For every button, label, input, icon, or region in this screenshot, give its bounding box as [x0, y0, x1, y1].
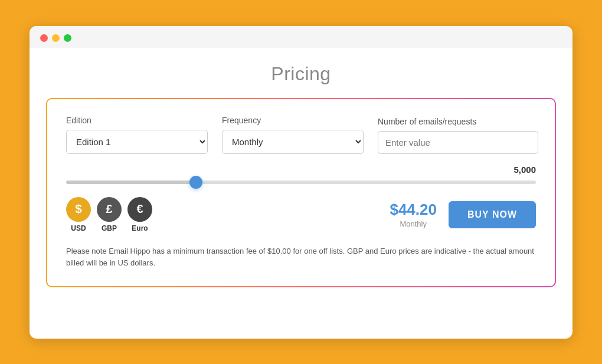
main-window: Pricing Edition Edition 1 Edition 2 Edit…	[30, 26, 572, 339]
slider-row: 5,000	[66, 165, 536, 186]
edition-field-group: Edition Edition 1 Edition 2 Edition 3	[66, 116, 208, 154]
edition-label: Edition	[66, 116, 208, 125]
slider-value: 5,000	[66, 165, 536, 175]
currency-row: $ USD £ GBP € Euro	[66, 197, 152, 232]
price-amount: $44.20	[390, 201, 437, 219]
titlebar	[30, 26, 572, 48]
maximize-dot[interactable]	[64, 34, 71, 42]
currency-euro-item[interactable]: € Euro	[127, 197, 152, 232]
currency-usd-item[interactable]: $ USD	[66, 197, 91, 232]
gbp-label: GBP	[102, 224, 117, 232]
usd-label: USD	[71, 224, 86, 232]
emails-label: Number of emails/requests	[378, 117, 538, 126]
euro-icon: €	[127, 197, 152, 222]
pricing-card: Edition Edition 1 Edition 2 Edition 3 Fr…	[46, 98, 556, 288]
minimize-dot[interactable]	[52, 34, 60, 42]
price-period: Monthly	[390, 219, 437, 228]
emails-input[interactable]	[378, 131, 538, 154]
usd-icon: $	[66, 197, 91, 222]
quantity-slider[interactable]	[66, 181, 536, 184]
fields-row: Edition Edition 1 Edition 2 Edition 3 Fr…	[66, 116, 536, 154]
gbp-icon: £	[97, 197, 122, 222]
currency-gbp-item[interactable]: £ GBP	[97, 197, 122, 232]
page-title: Pricing	[30, 48, 572, 98]
edition-select[interactable]: Edition 1 Edition 2 Edition 3	[66, 130, 208, 154]
emails-field-group: Number of emails/requests	[378, 117, 538, 154]
buy-now-button[interactable]: BUY NOW	[449, 201, 536, 228]
price-action: $44.20 Monthly BUY NOW	[390, 201, 536, 228]
price-display: $44.20 Monthly	[390, 201, 437, 228]
slider-container	[66, 178, 536, 186]
frequency-field-group: Frequency Monthly Yearly One-off	[222, 116, 364, 154]
euro-label: Euro	[132, 224, 148, 232]
pricing-note: Please note Email Hippo has a minimum tr…	[66, 245, 536, 270]
frequency-select[interactable]: Monthly Yearly One-off	[222, 130, 364, 154]
bottom-row: $ USD £ GBP € Euro $44.20 Monthly BUY NO…	[66, 197, 536, 232]
close-dot[interactable]	[40, 34, 48, 42]
frequency-label: Frequency	[222, 116, 364, 125]
